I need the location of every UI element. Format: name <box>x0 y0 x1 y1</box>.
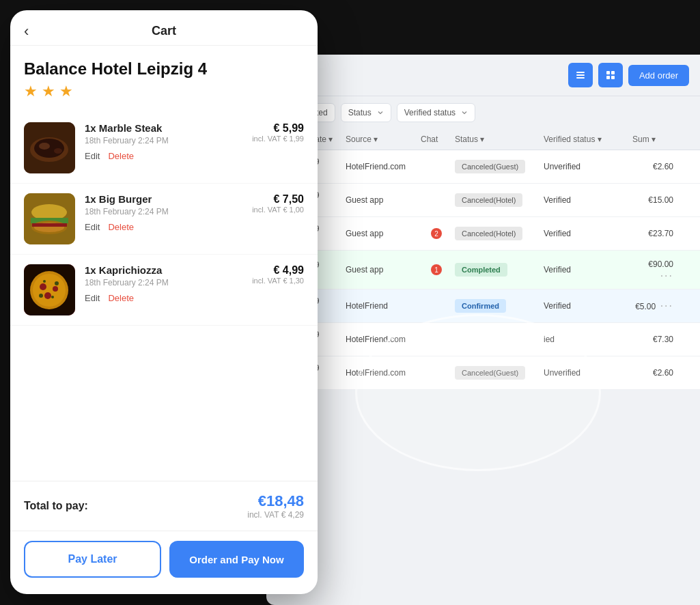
col-status[interactable]: Status ▾ <box>455 135 544 144</box>
burger-details: 1x Big Burger 18th February 2:24 PM Edit… <box>85 193 242 232</box>
svg-rect-4 <box>611 71 615 74</box>
burger-actions: Edit Delete <box>85 222 242 232</box>
svg-point-23 <box>40 283 46 290</box>
pizza-name: 1x Kaprichiozza <box>85 264 242 276</box>
col-verified[interactable]: Verified status ▾ <box>544 135 632 144</box>
row-sum: €2.60 <box>632 368 673 378</box>
svg-point-27 <box>55 281 59 285</box>
burger-name: 1x Big Burger <box>85 193 242 205</box>
col-source[interactable]: Source ▾ <box>346 135 421 144</box>
spotlight-circle <box>355 314 601 471</box>
hotel-name: Balance Hotel Leipzig 4 <box>24 59 304 79</box>
table-row[interactable]: 11-04-201908:56 HotelFriend.com Canceled… <box>266 150 700 184</box>
svg-rect-1 <box>576 74 585 76</box>
row-status: Completed <box>455 263 544 277</box>
steak-price: € 5,99 incl. VAT € 1,99 <box>252 122 304 143</box>
back-button[interactable]: ‹ <box>24 23 29 40</box>
svg-point-24 <box>53 286 58 292</box>
row-verified: Verified <box>544 229 632 238</box>
svg-point-13 <box>54 148 62 154</box>
pay-now-button[interactable]: Order and Pay Now <box>169 541 304 578</box>
row-source: Guest app <box>346 229 421 238</box>
pizza-actions: Edit Delete <box>85 293 242 303</box>
pizza-edit[interactable]: Edit <box>85 293 100 303</box>
status-badge: Completed <box>455 263 507 277</box>
cart-title: Cart <box>152 24 176 38</box>
row-sum: €23.70 <box>632 229 673 238</box>
mobile-cart: ‹ Cart Balance Hotel Leipzig 4 ★ ★ ★ 1x … <box>10 10 318 594</box>
cart-item-steak: 1x Marble Steak 18th February 2:24 PM Ed… <box>10 113 318 184</box>
steak-delete[interactable]: Delete <box>108 151 134 161</box>
list-view-btn[interactable] <box>568 63 593 87</box>
row-verified: Verified <box>544 195 632 205</box>
row-source: HotelFriend <box>346 301 421 311</box>
grid-view-btn[interactable] <box>598 63 623 87</box>
verified-filter-label: Verified status <box>404 108 456 117</box>
cart-item-pizza: 1x Kaprichiozza 18th February 2:24 PM Ed… <box>10 255 318 326</box>
burger-image <box>24 193 75 244</box>
admin-header: Add order <box>266 55 700 96</box>
svg-point-26 <box>39 294 43 298</box>
table-row[interactable]: 10-04-201914:46 Guest app 2 Canceled(Hot… <box>266 217 700 251</box>
filter-row: Created Status Verified status <box>266 96 700 129</box>
add-order-button[interactable]: Add order <box>628 65 689 86</box>
svg-point-22 <box>33 274 66 307</box>
steak-image <box>24 122 75 173</box>
row-verified: Verified <box>544 301 632 311</box>
row-sum: €15.00 <box>632 195 673 205</box>
svg-point-29 <box>43 280 46 283</box>
svg-rect-19 <box>32 223 67 227</box>
pizza-delete[interactable]: Delete <box>108 293 134 303</box>
status-badge: Canceled(Hotel) <box>455 193 522 207</box>
svg-point-28 <box>51 296 54 298</box>
total-value: €18,48 incl. VAT € 4,29 <box>247 492 304 520</box>
pizza-price: € 4,99 incl. VAT € 1,30 <box>252 264 304 285</box>
status-filter-label: Status <box>348 108 372 117</box>
hotel-info: Balance Hotel Leipzig 4 ★ ★ ★ <box>10 46 318 106</box>
pizza-details: 1x Kaprichiozza 18th February 2:24 PM Ed… <box>85 264 242 303</box>
steak-details: 1x Marble Steak 18th February 2:24 PM Ed… <box>85 122 242 161</box>
status-filter[interactable]: Status <box>341 103 391 122</box>
row-status: Canceled(Hotel) <box>455 193 544 207</box>
row-status: Canceled(Hotel) <box>455 227 544 240</box>
cart-header: ‹ Cart <box>10 10 318 46</box>
svg-rect-5 <box>606 76 610 79</box>
row-menu[interactable]: ··· <box>660 270 673 281</box>
row-source: HotelFriend.com <box>346 162 421 171</box>
row-chat: 2 <box>421 228 455 239</box>
steak-edit[interactable]: Edit <box>85 151 100 161</box>
cart-total: Total to pay: €18,48 incl. VAT € 4,29 <box>10 481 318 531</box>
svg-point-11 <box>34 139 64 158</box>
pay-later-button[interactable]: Pay Later <box>24 541 161 578</box>
row-status: Confirmed <box>455 299 544 313</box>
row-verified: Verified <box>544 265 632 275</box>
burger-date: 18th February 2:24 PM <box>85 207 242 216</box>
cart-actions: Pay Later Order and Pay Now <box>10 531 318 594</box>
table-row[interactable]: 10-04-201913:56 Guest app 1 Completed Ve… <box>266 251 700 290</box>
verified-filter[interactable]: Verified status <box>397 103 475 122</box>
status-badge: Canceled(Hotel) <box>455 227 522 240</box>
burger-delete[interactable]: Delete <box>108 222 134 232</box>
pizza-image <box>24 264 75 315</box>
col-sum[interactable]: Sum ▾ <box>632 135 673 144</box>
row-source: Guest app <box>346 195 421 205</box>
status-badge: Canceled(Guest) <box>455 160 525 173</box>
pizza-date: 18th February 2:24 PM <box>85 278 242 287</box>
table-header: Creation date ▾ Source ▾ Chat Status ▾ V… <box>266 129 700 150</box>
hotel-stars: ★ ★ ★ <box>24 83 304 100</box>
status-badge: Confirmed <box>455 299 506 313</box>
total-label: Total to pay: <box>24 500 88 512</box>
table-row[interactable]: 10-04-201915:04 Guest app Canceled(Hotel… <box>266 184 700 217</box>
row-sum: €90.00 ··· <box>632 257 673 282</box>
svg-rect-2 <box>576 77 585 79</box>
burger-edit[interactable]: Edit <box>85 222 100 232</box>
burger-price: € 7,50 incl. VAT € 1,00 <box>252 193 304 214</box>
steak-name: 1x Marble Steak <box>85 122 242 134</box>
row-source: Guest app <box>346 265 421 275</box>
row-sum: €5.00 ··· <box>632 300 673 312</box>
total-vat: incl. VAT € 4,29 <box>247 510 304 520</box>
svg-rect-6 <box>611 76 615 79</box>
row-chat: 1 <box>421 264 455 275</box>
row-menu[interactable]: ··· <box>656 300 673 311</box>
row-sum: €7.30 <box>632 335 673 344</box>
